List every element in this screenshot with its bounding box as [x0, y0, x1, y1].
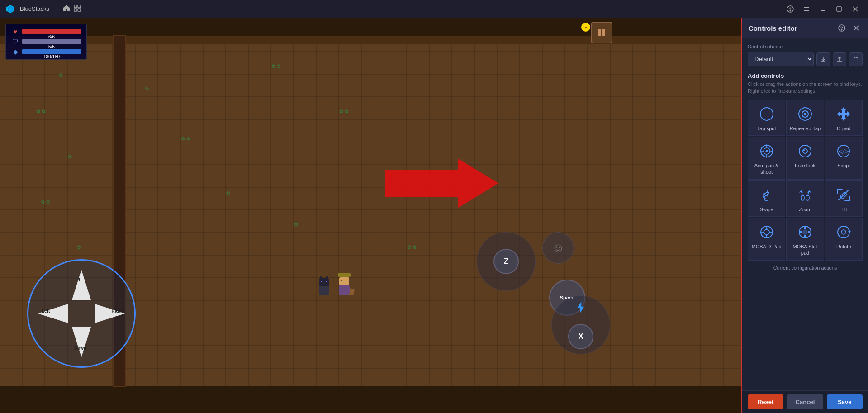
control-zoom[interactable]: Zoom: [786, 180, 824, 217]
x-button[interactable]: X: [568, 324, 593, 349]
svg-marker-54: [769, 231, 771, 233]
smiley-button[interactable]: ☺: [542, 232, 574, 264]
svg-point-60: [808, 231, 810, 233]
panel-help-button[interactable]: [836, 23, 847, 33]
plant-12: ✿ ✿: [339, 109, 349, 114]
control-swipe[interactable]: Swipe: [748, 180, 785, 217]
hud-shield-row: 🛡 5/5: [11, 38, 81, 46]
title-bar-right: [783, 2, 863, 16]
tap-spot-label: Tap spot: [757, 125, 776, 132]
zoom-label: Zoom: [799, 206, 811, 213]
plant-7: ✿: [145, 86, 149, 92]
export-button[interactable]: [833, 52, 846, 66]
plant-9: ✿: [226, 190, 230, 196]
game-area: ✿ ✿ ✿ ✿ ✿ ✿ ✿ ✿ ✿ ✿ ✿ ✿ ✿ ✿ ✿ ✿ ✿ ✿ ✿ ✿ …: [0, 18, 741, 413]
svg-marker-53: [762, 231, 764, 233]
script-icon: </>: [835, 142, 852, 160]
title-bar: BlueStacks: [0, 0, 868, 18]
plant-14: ✿ ✿: [407, 244, 417, 250]
control-moba-skill[interactable]: MOBA Skill pad: [786, 218, 824, 261]
control-tap-spot[interactable]: Tap spot: [748, 100, 785, 136]
cancel-button[interactable]: Cancel: [787, 394, 823, 409]
reset-button[interactable]: Reset: [748, 394, 783, 409]
control-aim[interactable]: Aim, pan & shoot: [748, 137, 785, 180]
hp-bar-fill: [22, 29, 81, 34]
cat-eye-r: [326, 281, 327, 282]
mana-icon: ◆: [11, 47, 19, 56]
minimize-button[interactable]: [816, 2, 830, 16]
svg-rect-17: [602, 29, 605, 36]
svg-point-40: [799, 145, 811, 157]
svg-marker-51: [766, 228, 768, 229]
floor-bottom: [0, 386, 741, 413]
smiley-area[interactable]: ☺: [542, 232, 574, 264]
shield-bar-bg: [22, 39, 81, 44]
help-button[interactable]: [783, 2, 797, 16]
control-dpad[interactable]: D-pad: [825, 100, 863, 136]
svg-rect-6: [78, 9, 81, 11]
z-button[interactable]: Z: [493, 249, 519, 274]
zoom-icon: [797, 186, 814, 204]
gold-coin-icon: ●: [581, 23, 590, 32]
control-free-look[interactable]: Free look: [786, 137, 824, 180]
control-tilt[interactable]: Tilt: [825, 180, 863, 217]
home-icon[interactable]: [63, 5, 70, 13]
control-repeated-tap[interactable]: Repeated Tap: [786, 100, 824, 136]
pause-button[interactable]: [591, 22, 612, 43]
scheme-select-row: Default: [748, 52, 863, 66]
aim-icon: [758, 142, 775, 160]
panel-close-button[interactable]: [851, 23, 862, 33]
cat-ear-l: [320, 276, 322, 279]
control-moba-dpad[interactable]: MOBA D-Pad: [748, 218, 785, 261]
close-button[interactable]: [848, 2, 863, 16]
heart-icon: ♥: [11, 28, 19, 36]
hp-bar-wrapper: 6/6: [22, 29, 81, 34]
main-area: ✿ ✿ ✿ ✿ ✿ ✿ ✿ ✿ ✿ ✿ ✿ ✿ ✿ ✿ ✿ ✿ ✿ ✿ ✿ ✿ …: [0, 18, 868, 413]
svg-marker-18: [578, 302, 584, 313]
control-rotate[interactable]: Rotate: [825, 218, 863, 261]
svg-point-42: [803, 149, 805, 151]
mana-bar-fill: [22, 49, 81, 54]
z-button-area[interactable]: Z: [477, 232, 536, 291]
plant-4: ✿: [68, 154, 72, 160]
save-button[interactable]: Save: [827, 394, 863, 409]
menu-button[interactable]: [799, 2, 814, 16]
maximize-button[interactable]: [832, 2, 846, 16]
dpad-control[interactable]: Up Down Left Right: [27, 259, 136, 368]
svg-rect-32: [842, 113, 845, 115]
control-script[interactable]: </> Script: [825, 137, 863, 180]
svg-point-57: [804, 227, 806, 229]
plant-8: ✿ ✿: [181, 136, 190, 142]
import-button[interactable]: [816, 52, 830, 66]
x-button-area[interactable]: X: [551, 295, 610, 354]
grid-icon[interactable]: [74, 5, 81, 13]
panel-body: Control scheme Default: [742, 38, 868, 390]
svg-rect-46: [801, 195, 804, 200]
cat-body: [319, 286, 329, 295]
svg-marker-28: [841, 107, 846, 113]
player-character: [338, 273, 351, 295]
expand-button[interactable]: [849, 52, 863, 66]
svg-point-59: [800, 231, 802, 233]
scheme-select-dropdown[interactable]: Default: [748, 52, 814, 66]
svg-rect-12: [821, 10, 825, 11]
svg-marker-52: [766, 235, 768, 237]
config-actions-label: Current configuration actions: [748, 261, 863, 273]
script-label: Script: [837, 162, 850, 169]
add-controls-title: Add controls: [748, 72, 863, 79]
panel-footer: Reset Cancel Save: [742, 390, 868, 413]
lightning-icon: [574, 300, 588, 316]
title-bar-icons: [63, 5, 81, 13]
svg-marker-19: [385, 158, 498, 208]
free-look-label: Free look: [795, 162, 816, 169]
dpad-label: D-pad: [837, 125, 850, 132]
svg-rect-9: [804, 7, 809, 8]
panel-header-icons: [836, 23, 862, 33]
control-scheme-label: Control scheme: [748, 44, 863, 49]
tap-spot-icon: [758, 105, 775, 123]
cat-character: [319, 278, 329, 295]
app-title: BlueStacks: [20, 5, 49, 12]
cat-ear-r: [326, 276, 328, 279]
svg-point-8: [790, 10, 791, 11]
controls-grid: Tap spot Repeated Tap: [748, 100, 863, 261]
